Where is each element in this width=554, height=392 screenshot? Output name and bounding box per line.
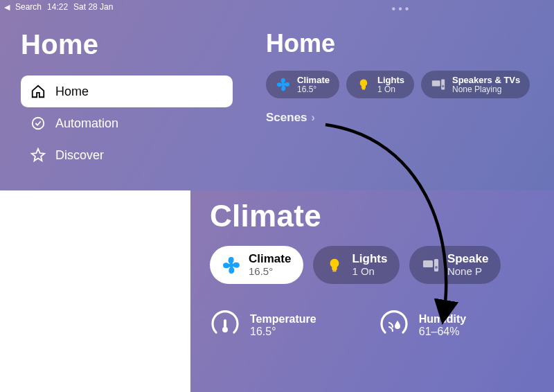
sidebar-item-label: Discover <box>55 148 104 163</box>
detail-category-pills: Climate 16.5° Lights 1 On Speake <box>210 246 554 284</box>
detail-title: Climate <box>210 199 554 233</box>
pill-subtitle: 16.5° <box>249 266 291 278</box>
back-chevron-icon[interactable]: ◀ <box>4 3 10 12</box>
detail-pill-lights[interactable]: Lights 1 On <box>313 246 400 284</box>
pill-title: Climate <box>249 253 291 266</box>
svg-rect-9 <box>434 259 438 271</box>
chevron-right-icon: › <box>312 112 315 124</box>
page-title: Home <box>266 29 542 58</box>
climate-stats: Temperature 16.5° Humidity 61–64% <box>210 310 554 341</box>
pill-speakers-tvs[interactable]: Speakers & TVs None Playing <box>421 71 530 98</box>
clock-check-icon <box>30 116 46 131</box>
scenes-header[interactable]: Scenes › <box>266 111 542 125</box>
sidebar-item-home[interactable]: Home <box>21 75 233 107</box>
svg-rect-3 <box>432 80 440 86</box>
sidebar: Home Home Automation Discover <box>0 14 249 178</box>
svg-point-6 <box>229 262 234 267</box>
svg-rect-2 <box>362 89 366 90</box>
pill-title: Speake <box>447 253 489 266</box>
stat-label: Humidity <box>419 313 466 326</box>
category-pills: Climate 16.5° Lights 1 On <box>266 71 542 98</box>
pill-title: Lights <box>352 253 387 266</box>
pill-climate[interactable]: Climate 16.5° <box>266 71 339 98</box>
detail-pill-climate[interactable]: Climate 16.5° <box>210 246 303 284</box>
sidebar-item-label: Home <box>55 84 89 99</box>
thermometer-icon <box>210 310 240 341</box>
detail-pill-speakers-tvs[interactable]: Speake None P <box>409 246 501 284</box>
fan-icon <box>222 256 240 274</box>
pill-subtitle: 16.5° <box>297 85 330 94</box>
status-date: Sat 28 Jan <box>73 2 113 12</box>
pill-subtitle: None P <box>447 266 489 278</box>
pill-subtitle: 1 On <box>352 266 387 278</box>
pill-title: Speakers & TVs <box>452 75 520 85</box>
stat-value: 16.5° <box>250 326 316 338</box>
fan-icon <box>276 77 291 92</box>
stat-temperature[interactable]: Temperature 16.5° <box>210 310 316 341</box>
humidity-icon <box>379 310 409 341</box>
tv-speaker-icon <box>422 256 438 274</box>
pill-subtitle: None Playing <box>452 85 520 94</box>
pill-title: Lights <box>377 75 404 85</box>
home-app-top: ◀ Search 14:22 Sat 28 Jan Home Home Auto… <box>0 0 554 190</box>
home-icon <box>30 84 46 99</box>
stat-humidity[interactable]: Humidity 61–64% <box>379 310 466 341</box>
svg-point-0 <box>33 118 44 130</box>
svg-point-5 <box>442 85 444 87</box>
bulb-icon <box>356 77 371 92</box>
svg-point-12 <box>222 327 228 332</box>
star-icon <box>30 148 46 163</box>
svg-rect-7 <box>333 270 337 271</box>
section-label: Scenes <box>266 111 307 125</box>
sidebar-item-discover[interactable]: Discover <box>21 139 233 171</box>
pill-lights[interactable]: Lights 1 On <box>346 71 414 98</box>
more-menu-icon[interactable]: ••• <box>392 3 412 15</box>
svg-rect-8 <box>423 260 433 267</box>
tv-speaker-icon <box>431 77 446 92</box>
back-label[interactable]: Search <box>15 2 42 12</box>
status-time: 14:22 <box>47 2 68 12</box>
main-panel: ••• Home Climate 16.5° <box>249 14 554 125</box>
stat-label: Temperature <box>250 313 316 326</box>
pill-subtitle: 1 On <box>377 85 404 94</box>
sidebar-item-automation[interactable]: Automation <box>21 107 233 139</box>
svg-point-1 <box>282 83 285 87</box>
sidebar-item-label: Automation <box>55 116 118 131</box>
sidebar-title: Home <box>21 29 233 60</box>
climate-detail-panel: Climate Climate 16.5° Lights 1 On <box>190 190 554 392</box>
status-bar: ◀ Search 14:22 Sat 28 Jan <box>0 0 117 14</box>
svg-point-10 <box>435 266 438 269</box>
bulb-icon <box>325 256 343 274</box>
stat-value: 61–64% <box>419 326 466 338</box>
svg-rect-4 <box>441 80 445 90</box>
svg-rect-11 <box>224 319 226 328</box>
pill-title: Climate <box>297 75 330 85</box>
